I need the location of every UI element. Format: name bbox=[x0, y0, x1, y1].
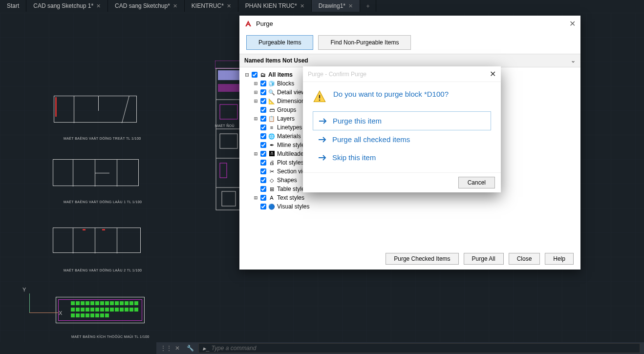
tree-checkbox[interactable] bbox=[260, 116, 266, 122]
purge-titlebar[interactable]: Purge ✕ bbox=[239, 16, 580, 31]
caption-2: MAËT BAÈNG VAÄT DÖÏNG LAÀU 1 TL 1/100 bbox=[64, 200, 142, 204]
expand-icon[interactable]: ⊞ bbox=[253, 150, 258, 157]
tree-checkbox[interactable] bbox=[260, 204, 266, 209]
svg-rect-9 bbox=[220, 163, 227, 178]
named-items-header[interactable]: Named Items Not Used⌄ bbox=[239, 54, 580, 67]
tab-phan[interactable]: PHAN KIEN TRUC*✕ bbox=[238, 0, 312, 12]
tree-label: Visual styles bbox=[277, 203, 309, 210]
tab-cad2[interactable]: CAD sang Sketchup*✕ bbox=[108, 0, 185, 12]
all-items-icon: 🗂 bbox=[259, 71, 266, 78]
building-elevation bbox=[215, 61, 242, 212]
svg-rect-2 bbox=[218, 70, 239, 80]
tree-checkbox[interactable] bbox=[260, 195, 266, 201]
tree-item[interactable]: 🔵 Visual styles bbox=[244, 202, 365, 211]
tree-checkbox[interactable] bbox=[260, 177, 266, 183]
close-button[interactable]: Close bbox=[509, 253, 540, 265]
close-icon[interactable]: ✕ bbox=[300, 3, 304, 9]
purge-all-checked-option[interactable]: Purge all checked items bbox=[313, 130, 491, 148]
expand-icon[interactable]: ⊞ bbox=[253, 80, 258, 87]
caption-1: MAËT BAÈNG VAÄT DÖÏNG TREÄT TL 1/100 bbox=[64, 137, 141, 140]
tab-cad1[interactable]: CAD sang Sketchup 1*✕ bbox=[26, 0, 108, 12]
tree-label: Plot styles bbox=[277, 159, 304, 166]
document-tabs: Start CAD sang Sketchup 1*✕ CAD sang Ske… bbox=[0, 0, 644, 12]
floorplan-1 bbox=[54, 96, 137, 123]
svg-rect-12 bbox=[319, 95, 320, 99]
floorplan-2 bbox=[53, 159, 139, 186]
expand-icon[interactable]: ⊞ bbox=[253, 98, 258, 104]
tree-checkbox[interactable] bbox=[260, 160, 266, 166]
tree-checkbox[interactable] bbox=[260, 81, 266, 86]
close-icon[interactable]: ✕ bbox=[569, 19, 576, 28]
arrow-right-icon bbox=[319, 154, 327, 161]
expand-icon[interactable]: ⊞ bbox=[253, 115, 258, 122]
tree-checkbox[interactable] bbox=[260, 89, 266, 95]
category-icon: A bbox=[268, 194, 275, 201]
tree-checkbox[interactable] bbox=[260, 98, 266, 104]
tree-checkbox[interactable] bbox=[260, 168, 266, 174]
category-icon: ≡ bbox=[268, 124, 275, 131]
category-icon: 🔍 bbox=[268, 89, 275, 96]
help-button[interactable]: Help bbox=[545, 253, 574, 265]
tree-checkbox[interactable] bbox=[260, 151, 266, 157]
cancel-button[interactable]: Cancel bbox=[458, 177, 495, 188]
category-icon: 📋 bbox=[268, 115, 275, 122]
tab-add-button[interactable]: ＋ bbox=[360, 0, 376, 12]
close-icon[interactable]: ✕ bbox=[173, 345, 182, 352]
close-icon[interactable]: ✕ bbox=[227, 3, 231, 9]
warning-icon bbox=[313, 90, 326, 104]
close-icon[interactable]: ✕ bbox=[96, 3, 101, 9]
floorplan-3 bbox=[53, 228, 141, 253]
arrow-right-icon bbox=[319, 136, 327, 143]
chevron-down-icon: ⌄ bbox=[571, 57, 576, 64]
confirm-title-text: Purge - Confirm Purge bbox=[308, 71, 366, 78]
roofplan bbox=[56, 297, 145, 323]
svg-rect-7 bbox=[220, 134, 237, 148]
tree-label: Linetypes bbox=[277, 124, 302, 131]
command-bar: ⋮⋮ ✕ 🔧 ▸_ Type a command bbox=[156, 342, 644, 354]
purge-all-button[interactable]: Purge All bbox=[464, 253, 504, 265]
category-icon: 🔵 bbox=[268, 203, 275, 210]
close-icon[interactable]: ✕ bbox=[348, 3, 353, 9]
tab-kientruc[interactable]: KIENTRUC*✕ bbox=[185, 0, 238, 12]
expand-icon[interactable]: ⊞ bbox=[253, 194, 258, 201]
close-icon[interactable]: ✕ bbox=[490, 69, 496, 79]
wrench-icon[interactable]: 🔧 bbox=[186, 345, 194, 352]
tab-start[interactable]: Start bbox=[0, 0, 26, 12]
category-icon: ◇ bbox=[268, 177, 275, 184]
tree-checkbox[interactable] bbox=[260, 133, 266, 139]
tree-item[interactable]: ⊞ A Text styles bbox=[244, 193, 365, 202]
autocad-logo-icon bbox=[244, 20, 252, 27]
tree-checkbox[interactable] bbox=[260, 186, 266, 192]
tree-label: Materials bbox=[277, 133, 301, 140]
category-icon: ⊞ bbox=[268, 186, 275, 192]
confirm-question: Do you want to purge block *D100? bbox=[333, 90, 449, 98]
tree-checkbox[interactable] bbox=[260, 107, 266, 113]
svg-rect-5 bbox=[220, 104, 237, 119]
category-icon: ✒ bbox=[268, 142, 275, 148]
purge-checked-button[interactable]: Purge Checked Items bbox=[386, 253, 458, 265]
find-nonpurgeable-tab[interactable]: Find Non-Purgeable Items bbox=[318, 35, 411, 50]
svg-rect-0 bbox=[215, 61, 242, 68]
menu-icon[interactable]: ⋮⋮ bbox=[160, 345, 169, 352]
command-input[interactable]: ▸_ Type a command bbox=[198, 343, 640, 353]
purge-title-text: Purge bbox=[256, 20, 273, 27]
category-icon: 🅰 bbox=[268, 150, 275, 157]
skip-this-item-option[interactable]: Skip this item bbox=[313, 148, 491, 167]
tree-checkbox[interactable] bbox=[260, 142, 266, 148]
tab-drawing1[interactable]: Drawing1*✕ bbox=[312, 0, 360, 12]
category-icon: ✂ bbox=[268, 168, 275, 175]
purge-this-item-option[interactable]: Purge this item bbox=[313, 111, 491, 130]
category-icon: 📐 bbox=[268, 98, 275, 104]
tree-checkbox[interactable] bbox=[252, 72, 258, 78]
tree-label: Groups bbox=[277, 106, 296, 113]
tree-checkbox[interactable] bbox=[260, 125, 266, 130]
svg-rect-13 bbox=[319, 100, 320, 101]
close-icon[interactable]: ✕ bbox=[173, 3, 177, 9]
confirm-titlebar[interactable]: Purge - Confirm Purge ✕ bbox=[303, 66, 501, 82]
category-icon: 🖨 bbox=[268, 159, 275, 166]
purgeable-items-tab[interactable]: Purgeable Items bbox=[246, 35, 313, 50]
collapse-icon[interactable]: ⊟ bbox=[244, 71, 250, 78]
category-icon: 🧊 bbox=[268, 80, 275, 87]
caption-4: MAËT BAÈNG KÍCH THÖÔÙC MAÙI TL 1/100 bbox=[71, 335, 150, 338]
expand-icon[interactable]: ⊞ bbox=[253, 89, 258, 96]
